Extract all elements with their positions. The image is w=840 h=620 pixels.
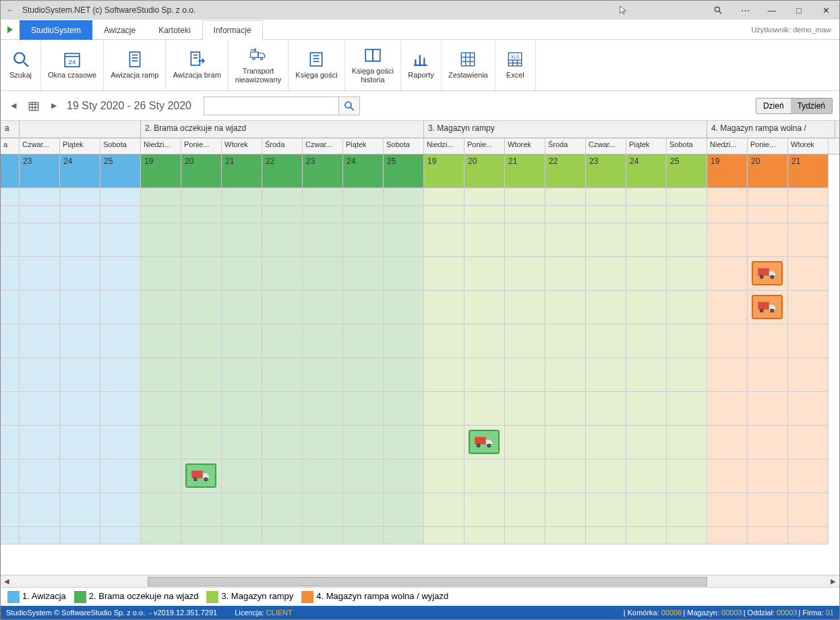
grid-cell[interactable]	[707, 527, 748, 544]
grid-cell[interactable]	[626, 291, 667, 325]
grid-cell[interactable]	[626, 257, 667, 291]
grid-cell[interactable]	[586, 527, 626, 544]
grid-cell[interactable]	[222, 358, 262, 392]
grid-cell[interactable]	[424, 223, 464, 257]
grid-cell[interactable]	[1, 392, 20, 426]
grid-cell[interactable]	[545, 223, 586, 257]
grid-cell[interactable]	[100, 291, 141, 325]
grid-cell[interactable]	[748, 392, 788, 426]
grid-cell[interactable]	[181, 426, 222, 459]
grid-cell[interactable]	[303, 358, 343, 392]
grid-cell[interactable]	[667, 459, 707, 493]
grid-cell[interactable]	[586, 392, 626, 426]
grid-cell[interactable]	[384, 527, 424, 544]
grid-cell[interactable]	[303, 223, 343, 257]
grid-cell[interactable]	[707, 325, 748, 358]
grid-cell[interactable]	[20, 223, 60, 257]
grid-cell[interactable]	[788, 223, 829, 257]
grid-cell[interactable]	[748, 426, 788, 459]
grid-cell[interactable]	[1, 257, 20, 291]
grid-cell[interactable]	[505, 257, 545, 291]
grid-cell[interactable]	[667, 223, 707, 257]
grid-cell[interactable]	[788, 358, 829, 392]
tab-studiosystem[interactable]: StudioSystem	[20, 20, 92, 40]
grid-cell[interactable]	[303, 325, 343, 358]
titlebar-search-icon[interactable]	[704, 1, 731, 20]
grid-cell[interactable]	[1, 188, 20, 206]
grid-cell[interactable]	[1, 358, 20, 392]
ribbon-raporty[interactable]: Raporty	[401, 40, 442, 90]
grid-cell[interactable]	[60, 206, 100, 223]
grid-cell[interactable]	[222, 493, 262, 527]
grid-cell[interactable]	[464, 527, 505, 544]
grid-cell[interactable]	[100, 223, 141, 257]
grid-cell[interactable]	[181, 206, 222, 223]
grid-cell[interactable]	[141, 392, 181, 426]
grid-cell[interactable]	[141, 527, 181, 544]
grid-cell[interactable]	[707, 188, 748, 206]
grid-cell[interactable]	[141, 493, 181, 527]
grid-cell[interactable]	[1, 493, 20, 527]
grid-cell[interactable]	[303, 291, 343, 325]
grid-cell[interactable]	[788, 291, 829, 325]
grid-cell[interactable]	[424, 426, 464, 459]
grid-cell[interactable]	[545, 257, 586, 291]
grid-cell[interactable]	[505, 223, 545, 257]
tab-informacje[interactable]: Informacje	[202, 20, 263, 40]
grid-cell[interactable]	[626, 188, 667, 206]
grid-cell[interactable]	[626, 358, 667, 392]
grid-cell[interactable]	[626, 493, 667, 527]
grid-cell[interactable]	[100, 392, 141, 426]
grid-cell[interactable]	[181, 358, 222, 392]
horizontal-scrollbar[interactable]: ◀ ▶	[1, 575, 839, 587]
grid-cell[interactable]	[100, 325, 141, 358]
grid-cell[interactable]	[141, 291, 181, 325]
ribbon-transport-nieawizowany[interactable]: Transportnieawizowany	[229, 40, 289, 90]
ribbon-szukaj[interactable]: Szukaj	[1, 40, 41, 90]
grid-cell[interactable]	[60, 223, 100, 257]
grid-cell[interactable]	[100, 206, 141, 223]
ribbon-awizacja-bram[interactable]: Awizacja bram	[166, 40, 228, 90]
grid-cell[interactable]	[505, 493, 545, 527]
grid-cell[interactable]	[343, 392, 384, 426]
grid-cell[interactable]	[464, 325, 505, 358]
grid-cell[interactable]	[343, 188, 384, 206]
grid-cell[interactable]	[626, 223, 667, 257]
grid-cell[interactable]	[141, 188, 181, 206]
grid-cell[interactable]	[626, 459, 667, 493]
grid-cell[interactable]	[667, 426, 707, 459]
grid-cell[interactable]	[707, 223, 748, 257]
grid-cell[interactable]	[20, 392, 60, 426]
grid-cell[interactable]	[262, 291, 303, 325]
ribbon-zestawienia[interactable]: Zestawienia	[442, 40, 496, 90]
grid-cell[interactable]	[424, 257, 464, 291]
grid-cell[interactable]	[424, 358, 464, 392]
grid-cell[interactable]	[464, 392, 505, 426]
grid-cell[interactable]	[262, 223, 303, 257]
grid-cell[interactable]	[626, 426, 667, 459]
truck-event-icon[interactable]	[469, 430, 500, 454]
grid-cell[interactable]	[303, 459, 343, 493]
grid-cell[interactable]	[303, 188, 343, 206]
grid-cell[interactable]	[667, 358, 707, 392]
grid-cell[interactable]	[748, 291, 788, 325]
grid-cell[interactable]	[343, 291, 384, 325]
grid-cell[interactable]	[303, 426, 343, 459]
grid-cell[interactable]	[505, 459, 545, 493]
grid-cell[interactable]	[1, 527, 20, 544]
grid-cell[interactable]	[1, 223, 20, 257]
grid-cell[interactable]	[707, 426, 748, 459]
grid-cell[interactable]	[748, 188, 788, 206]
grid-cell[interactable]	[60, 493, 100, 527]
grid-cell[interactable]	[505, 291, 545, 325]
grid-cell[interactable]	[424, 325, 464, 358]
grid-cell[interactable]	[626, 325, 667, 358]
grid-cell[interactable]	[707, 291, 748, 325]
grid-cell[interactable]	[60, 527, 100, 544]
grid-cell[interactable]	[384, 223, 424, 257]
toggle-day[interactable]: Dzień	[756, 98, 791, 113]
grid-cell[interactable]	[505, 325, 545, 358]
grid-cell[interactable]	[545, 358, 586, 392]
grid-cell[interactable]	[505, 206, 545, 223]
grid-cell[interactable]	[667, 392, 707, 426]
